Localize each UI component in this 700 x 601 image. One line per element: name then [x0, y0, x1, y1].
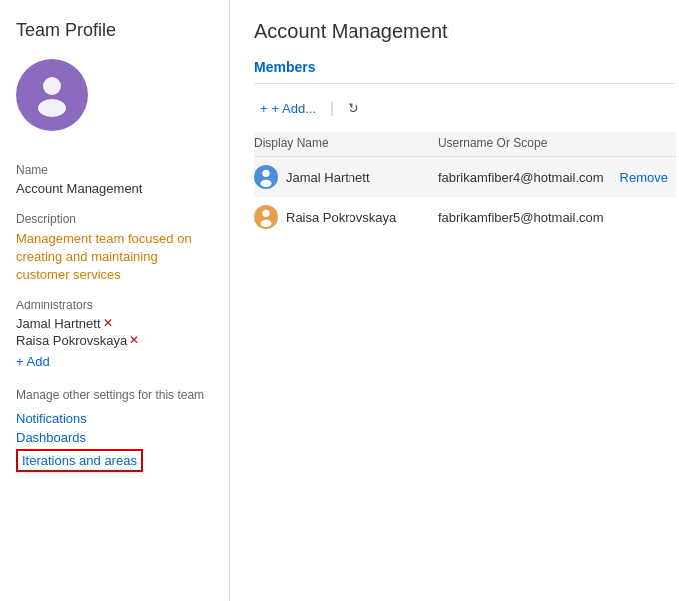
- member-username: fabrikamfiber5@hotmail.com: [430, 197, 612, 237]
- members-section-header: Members: [254, 59, 676, 75]
- add-icon: +: [260, 101, 268, 116]
- member-avatar: [254, 165, 278, 189]
- page-title: Account Management: [254, 20, 676, 43]
- administrators-label: Administrators: [16, 299, 213, 312]
- admin-item: Raisa Pokrovskaya ✕: [16, 333, 213, 348]
- toolbar-separator: |: [330, 99, 334, 117]
- members-toolbar: + + Add... | ↻: [254, 96, 676, 120]
- svg-point-4: [262, 210, 269, 217]
- description-label: Description: [16, 212, 213, 226]
- member-avatar: [254, 205, 278, 229]
- remove-member-link[interactable]: Remove: [620, 170, 668, 185]
- refresh-button[interactable]: ↻: [342, 96, 365, 120]
- svg-point-1: [38, 99, 66, 117]
- member-actions: Remove: [612, 157, 676, 198]
- admin-name-2: Raisa Pokrovskaya: [16, 333, 127, 348]
- refresh-icon: ↻: [348, 100, 359, 116]
- member-display-name: Jamal Hartnett: [286, 170, 370, 185]
- description-value: Management team focused on creating and …: [16, 230, 213, 285]
- svg-point-2: [262, 170, 269, 177]
- dashboards-link[interactable]: Dashboards: [16, 430, 213, 445]
- col-username: Username Or Scope: [430, 132, 612, 157]
- member-name-cell: Jamal Hartnett: [254, 157, 430, 198]
- team-avatar-icon: [28, 70, 76, 121]
- member-display-name: Raisa Pokrovskaya: [286, 210, 396, 225]
- name-label: Name: [16, 163, 213, 177]
- iterations-areas-link[interactable]: Iterations and areas: [16, 449, 143, 472]
- members-table: Display Name Username Or Scope Jamal Har…: [254, 132, 676, 237]
- add-admin-link[interactable]: + Add: [16, 354, 213, 369]
- table-header-row: Display Name Username Or Scope: [254, 132, 676, 157]
- manage-settings-text: Manage other settings for this team: [16, 387, 213, 404]
- sidebar: Team Profile Name Account Management Des…: [0, 0, 230, 601]
- admin-item: Jamal Hartnett ✕: [16, 316, 213, 331]
- svg-point-3: [261, 180, 272, 187]
- svg-point-0: [43, 77, 61, 95]
- remove-admin-1-icon[interactable]: ✕: [103, 316, 113, 330]
- col-actions: [612, 132, 676, 157]
- section-divider: [254, 83, 676, 84]
- notifications-link[interactable]: Notifications: [16, 411, 213, 426]
- table-row: Raisa Pokrovskaya fabrikamfiber5@hotmail…: [254, 197, 676, 237]
- main-content: Account Management Members + + Add... | …: [230, 0, 700, 601]
- add-member-button[interactable]: + + Add...: [254, 97, 322, 120]
- add-label: + Add...: [272, 101, 316, 116]
- col-display-name: Display Name: [254, 132, 430, 157]
- team-name-value: Account Management: [16, 181, 213, 196]
- team-avatar: [16, 59, 88, 131]
- table-row: Jamal Hartnett fabrikamfiber4@hotmail.co…: [254, 157, 676, 198]
- member-name-cell: Raisa Pokrovskaya: [254, 197, 430, 237]
- sidebar-title: Team Profile: [16, 20, 213, 41]
- admin-name-1: Jamal Hartnett: [16, 316, 101, 331]
- member-username: fabrikamfiber4@hotmail.com: [430, 157, 612, 198]
- remove-admin-2-icon[interactable]: ✕: [129, 333, 139, 347]
- svg-point-5: [261, 220, 272, 227]
- member-actions: [612, 197, 676, 237]
